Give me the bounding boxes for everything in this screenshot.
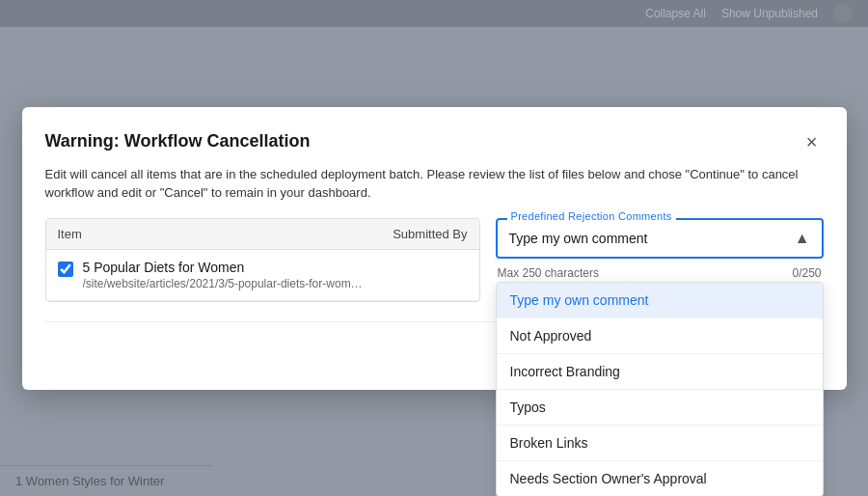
row-path: /site/website/articles/2021/3/5-popular-… xyxy=(83,277,468,290)
table-row: 5 Popular Diets for Women /site/website/… xyxy=(46,250,479,301)
column-item: Item xyxy=(58,227,362,241)
dropdown-option-3[interactable]: Typos xyxy=(497,390,823,426)
column-submitted-by: Submitted By xyxy=(362,227,468,241)
dropdown-option-2[interactable]: Incorrect Branding xyxy=(497,354,823,390)
chevron-up-icon: ▲ xyxy=(795,230,810,247)
modal-header: Warning: Workflow Cancellation × xyxy=(45,130,824,153)
dropdown-options-list: Type my own comment Not Approved Incorre… xyxy=(496,282,824,497)
rejection-select-display[interactable]: Type my own comment ▲ xyxy=(498,220,822,257)
modal-overlay: Warning: Workflow Cancellation × Edit wi… xyxy=(0,0,868,496)
row-title: 5 Popular Diets for Women xyxy=(83,260,468,275)
row-content: 5 Popular Diets for Women /site/website/… xyxy=(83,260,468,290)
dropdown-option-1[interactable]: Not Approved xyxy=(497,318,823,354)
dropdown-option-5[interactable]: Needs Section Owner's Approval xyxy=(497,461,823,496)
dropdown-option-4[interactable]: Broken Links xyxy=(497,426,823,461)
rejection-select-wrapper: Predefined Rejection Comments Type my ow… xyxy=(496,218,824,259)
select-current-value: Type my own comment xyxy=(509,231,648,246)
char-info: Max 250 characters 0/250 xyxy=(496,266,824,280)
rejection-panel: Predefined Rejection Comments Type my ow… xyxy=(496,218,824,280)
modal-title: Warning: Workflow Cancellation xyxy=(45,131,311,152)
char-label: Max 250 characters xyxy=(498,266,599,280)
char-count: 0/250 xyxy=(792,266,821,280)
close-button[interactable]: × xyxy=(800,130,824,153)
table-header: Item Submitted By xyxy=(46,219,479,250)
row-checkbox[interactable] xyxy=(58,262,73,277)
select-label: Predefined Rejection Comments xyxy=(507,210,676,222)
workflow-cancellation-modal: Warning: Workflow Cancellation × Edit wi… xyxy=(22,107,847,390)
items-table: Item Submitted By 5 Popular Diets for Wo… xyxy=(45,218,480,302)
row-checkbox-wrapper[interactable] xyxy=(58,262,73,280)
dropdown-option-0[interactable]: Type my own comment xyxy=(497,283,823,318)
modal-body: Item Submitted By 5 Popular Diets for Wo… xyxy=(45,218,824,302)
modal-description: Edit will cancel all items that are in t… xyxy=(45,165,824,203)
